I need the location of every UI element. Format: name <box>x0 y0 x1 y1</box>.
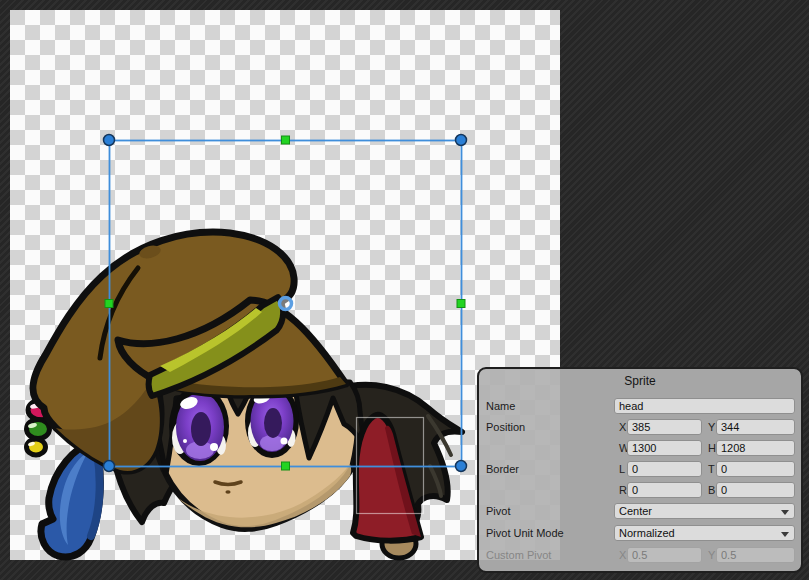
chin-mark <box>225 490 230 494</box>
sprite-editor-window: Sprite Name Position X Y W H Border L T … <box>0 0 809 580</box>
pivot-unit-mode-label: Pivot Unit Mode <box>486 525 564 541</box>
border-t-field-wrap <box>716 461 795 477</box>
pivot-dropdown[interactable]: Center <box>614 503 795 519</box>
position-x-prefix: X <box>619 419 626 435</box>
custom-pivot-x-prefix: X <box>619 547 626 563</box>
position-h-input[interactable] <box>717 441 798 455</box>
corner-handle-top-left[interactable] <box>104 135 115 146</box>
name-label: Name <box>486 398 515 414</box>
border-b-field-wrap <box>716 482 795 498</box>
corner-handle-bottom-right[interactable] <box>456 461 467 472</box>
pivot-dropdown-value: Center <box>619 505 652 517</box>
border-b-prefix: B <box>708 482 715 498</box>
border-l-prefix: L <box>619 461 625 477</box>
position-x-input[interactable] <box>628 420 705 434</box>
panel-title: Sprite <box>479 374 801 388</box>
position-y-prefix: Y <box>708 419 715 435</box>
border-t-input[interactable] <box>717 462 798 476</box>
border-b-input[interactable] <box>717 483 798 497</box>
border-t-prefix: T <box>708 461 715 477</box>
position-y-field-wrap <box>716 419 795 435</box>
custom-pivot-y-prefix: Y <box>708 547 715 563</box>
name-input[interactable] <box>615 399 798 413</box>
dropdown-arrow-icon <box>781 532 789 537</box>
pivot-unit-mode-dropdown-value: Normalized <box>619 527 675 539</box>
border-l-input[interactable] <box>628 462 705 476</box>
sprite-properties-panel: Sprite Name Position X Y W H Border L T … <box>477 367 803 573</box>
edge-handle-right[interactable] <box>457 300 465 308</box>
border-l-field-wrap <box>627 461 702 477</box>
custom-pivot-y-input <box>717 548 798 562</box>
border-r-input[interactable] <box>628 483 705 497</box>
left-eye <box>169 386 229 466</box>
border-r-prefix: R <box>619 482 627 498</box>
corner-handle-bottom-left[interactable] <box>104 461 115 472</box>
position-w-field-wrap <box>627 440 702 456</box>
edge-handle-bottom[interactable] <box>282 462 290 470</box>
position-w-input[interactable] <box>628 441 705 455</box>
position-y-input[interactable] <box>717 420 798 434</box>
corner-handle-top-right[interactable] <box>456 135 467 146</box>
edge-handle-top[interactable] <box>282 136 290 144</box>
border-r-field-wrap <box>627 482 702 498</box>
custom-pivot-x-field-wrap <box>627 547 702 563</box>
position-h-prefix: H <box>708 440 716 456</box>
custom-pivot-y-field-wrap <box>716 547 795 563</box>
custom-pivot-x-input <box>628 548 705 562</box>
pivot-handle-icon[interactable] <box>280 298 292 310</box>
pivot-label: Pivot <box>486 503 510 519</box>
border-label: Border <box>486 461 519 477</box>
custom-pivot-label: Custom Pivot <box>486 547 551 563</box>
position-h-field-wrap <box>716 440 795 456</box>
pivot-unit-mode-dropdown[interactable]: Normalized <box>614 525 795 541</box>
edge-handle-left[interactable] <box>105 300 113 308</box>
name-field-wrap <box>614 398 795 414</box>
dropdown-arrow-icon <box>781 510 789 515</box>
position-x-field-wrap <box>627 419 702 435</box>
position-label: Position <box>486 419 525 435</box>
